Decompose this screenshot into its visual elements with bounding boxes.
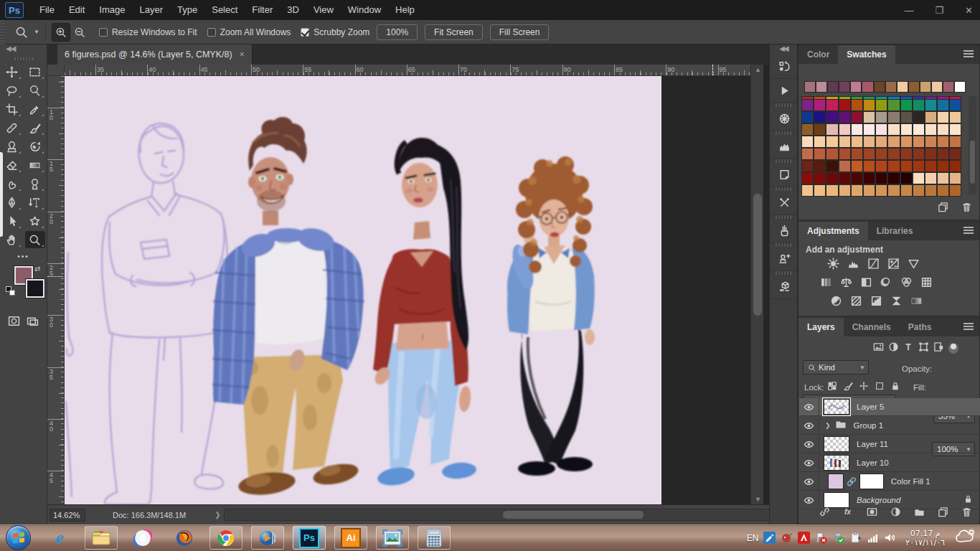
taskbar-app-photoshop[interactable]: Ps <box>293 526 326 550</box>
swatch[interactable] <box>913 148 925 160</box>
swatch[interactable] <box>887 172 900 184</box>
swatch[interactable] <box>851 123 863 136</box>
horizontal-scrollbar[interactable] <box>224 509 798 521</box>
swatch[interactable] <box>925 148 937 160</box>
scroll-up-icon[interactable]: ▲ <box>755 66 761 73</box>
layer-name[interactable]: Layer 11 <box>857 440 888 448</box>
adjustment-invert-button[interactable] <box>830 295 842 310</box>
taskbar-app-firefox[interactable] <box>168 526 201 550</box>
swatch[interactable] <box>814 184 826 197</box>
recent-swatch[interactable] <box>839 81 850 93</box>
adjustment-black-white-button[interactable] <box>860 276 872 291</box>
swatch[interactable] <box>826 184 838 197</box>
swatch[interactable] <box>913 160 925 172</box>
swatch[interactable] <box>949 148 961 160</box>
swatch[interactable] <box>801 136 814 148</box>
lock-all-button[interactable] <box>890 381 900 394</box>
swatch[interactable] <box>887 160 900 172</box>
swatch[interactable] <box>863 123 875 136</box>
taskbar-app-illustrator[interactable]: Ai <box>334 526 367 550</box>
background-color-swatch[interactable] <box>26 279 44 298</box>
swatch[interactable] <box>949 160 961 172</box>
swatch[interactable] <box>826 148 838 160</box>
vertical-ruler[interactable]: 1015202530354045 <box>47 76 65 504</box>
swatch[interactable] <box>863 111 875 123</box>
tool-gradient[interactable] <box>25 156 45 174</box>
layer-mask-thumbnail[interactable] <box>859 474 884 489</box>
layer-thumbnail[interactable] <box>824 399 849 415</box>
layer-row-color-fill-1[interactable]: 🔗Color Fill 1 <box>799 473 980 491</box>
tool-eyedropper[interactable] <box>25 100 45 118</box>
swatch[interactable] <box>937 111 949 123</box>
restore-button[interactable]: ❐ <box>935 5 943 16</box>
tray-usb-device-icon[interactable] <box>832 532 844 544</box>
new-layer-button[interactable] <box>938 507 948 520</box>
adjustment-channel-mixer-button[interactable] <box>900 276 913 291</box>
adjustment-gradient-map-button[interactable] <box>910 295 923 310</box>
swatch[interactable] <box>801 160 814 172</box>
tool-move[interactable] <box>2 63 22 80</box>
layer-row-layer-10[interactable]: Layer 10 <box>799 454 980 472</box>
swatch[interactable] <box>814 160 826 172</box>
tab-adjustments[interactable]: Adjustments <box>798 222 868 240</box>
tool-brush[interactable] <box>25 119 45 136</box>
button-fit-screen[interactable]: Fit Screen <box>425 24 483 40</box>
canvas[interactable] <box>65 76 661 504</box>
layer-visibility-toggle[interactable] <box>799 398 819 416</box>
dock-clone-source-panel-button[interactable] <box>770 247 798 271</box>
taskbar-app-maxthon[interactable] <box>126 526 159 550</box>
menu-file[interactable]: File <box>32 0 62 20</box>
tool-hand[interactable] <box>2 231 22 248</box>
layer-thumbnail[interactable] <box>824 455 849 471</box>
swatch[interactable] <box>826 111 838 123</box>
tool-custom-shape[interactable] <box>25 212 45 230</box>
layer-row-layer-5[interactable]: Layer 5 <box>799 398 980 416</box>
swatch[interactable] <box>814 172 826 184</box>
swatch[interactable] <box>937 160 949 172</box>
swatch[interactable] <box>839 136 851 148</box>
swatch[interactable] <box>937 148 949 160</box>
weather-icon[interactable] <box>954 528 976 548</box>
swatch[interactable] <box>925 123 937 136</box>
tray-avira-icon[interactable] <box>798 532 810 544</box>
adjustment-posterize-button[interactable] <box>850 295 862 310</box>
tool-path-selection[interactable] <box>2 212 22 230</box>
adjustment-button[interactable] <box>890 507 901 520</box>
swatch[interactable] <box>875 160 887 172</box>
dock-histogram-panel-button[interactable] <box>770 135 798 159</box>
swatch[interactable] <box>913 99 925 111</box>
filter-kind-smart-button[interactable] <box>933 342 944 355</box>
tab-swatches[interactable]: Swatches <box>838 45 895 64</box>
adjustment-selective-color-button[interactable] <box>890 295 903 310</box>
dock-brush-presets-panel-button[interactable] <box>770 219 798 243</box>
menu-type[interactable]: Type <box>170 0 204 20</box>
link-button[interactable] <box>819 507 830 520</box>
swatch[interactable] <box>826 160 838 172</box>
canvas-viewport[interactable] <box>65 76 750 504</box>
checkbox-icon[interactable] <box>301 28 309 37</box>
tool-spot-healing[interactable] <box>2 119 22 136</box>
adjustment-hue-saturation-button[interactable] <box>820 276 832 291</box>
menu-edit[interactable]: Edit <box>62 0 92 20</box>
swatch[interactable] <box>949 123 961 136</box>
dock-notes-panel-button[interactable] <box>770 163 798 187</box>
dock-actions-panel-button[interactable] <box>770 79 798 103</box>
panel-menu-icon[interactable] <box>963 50 974 58</box>
swatch[interactable] <box>937 184 949 197</box>
recent-swatch[interactable] <box>885 81 897 93</box>
filter-kind-image-button[interactable] <box>873 342 884 355</box>
swatch[interactable] <box>937 136 949 148</box>
swatch[interactable] <box>839 111 851 123</box>
swatch[interactable] <box>801 123 814 136</box>
horizontal-scroll-thumb[interactable] <box>503 511 644 519</box>
filter-kind-type-button[interactable]: T <box>903 342 914 355</box>
swatch[interactable] <box>887 99 900 111</box>
layer-visibility-toggle[interactable] <box>799 473 819 491</box>
button-fill-screen[interactable]: Fill Screen <box>490 24 550 40</box>
tool-rectangular-marquee[interactable] <box>25 63 45 80</box>
adjustment-exposure-button[interactable] <box>887 258 900 273</box>
adjustment-levels-button[interactable] <box>847 258 859 273</box>
swatch[interactable] <box>839 172 851 184</box>
close-button[interactable]: ✕ <box>965 5 973 16</box>
lock-position-button[interactable] <box>859 381 869 394</box>
